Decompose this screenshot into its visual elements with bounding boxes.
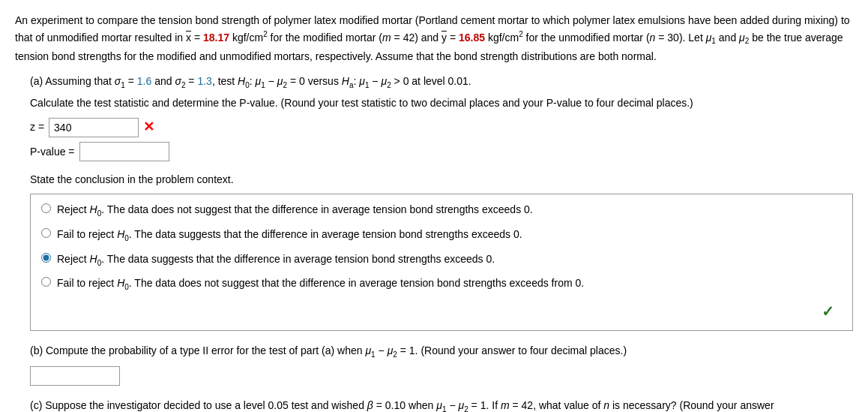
part-b-input[interactable] — [30, 366, 120, 386]
conclusion-label: State the conclusion in the problem cont… — [30, 172, 853, 188]
part-c-text: (c) Suppose the investigator decided to … — [30, 398, 853, 412]
radio-label-4: Fail to reject H0. The data does not sug… — [57, 275, 584, 293]
radio-label-3: Reject H0. The data suggests that the di… — [57, 251, 495, 269]
x-icon[interactable]: ✕ — [143, 117, 154, 137]
radio-input-1[interactable] — [41, 203, 51, 213]
calculate-instruction: Calculate the test statistic and determi… — [30, 95, 853, 111]
radio-input-4[interactable] — [41, 277, 51, 287]
part-b-section: (b) Compute the probability of a type II… — [30, 343, 853, 386]
part-c-section: (c) Suppose the investigator decided to … — [30, 398, 853, 412]
radio-label-1: Reject H0. The data does not suggest tha… — [57, 202, 533, 219]
radio-label-2: Fail to reject H0. The data suggests tha… — [57, 227, 522, 244]
z-row: z = ✕ — [30, 117, 853, 137]
check-row: ✓ — [41, 300, 842, 323]
radio-option-2[interactable]: Fail to reject H0. The data suggests tha… — [41, 227, 842, 244]
radio-input-3[interactable] — [41, 253, 51, 263]
part-a-assumption: (a) Assuming that σ1 = 1.6 and σ2 = 1.3,… — [30, 74, 853, 91]
radio-group: Reject H0. The data does not suggest tha… — [30, 194, 853, 331]
radio-option-1[interactable]: Reject H0. The data does not suggest tha… — [41, 202, 842, 219]
pvalue-row: P-value = — [30, 142, 853, 161]
z-input[interactable] — [49, 118, 139, 137]
pvalue-input[interactable] — [79, 142, 169, 161]
z-label: z = — [30, 119, 44, 135]
part-a-section: (a) Assuming that σ1 = 1.6 and σ2 = 1.3,… — [30, 74, 853, 331]
radio-option-4[interactable]: Fail to reject H0. The data does not sug… — [41, 275, 842, 293]
part-b-text: (b) Compute the probability of a type II… — [30, 343, 853, 360]
checkmark-icon: ✓ — [822, 300, 834, 323]
pvalue-label: P-value = — [30, 144, 75, 160]
intro-paragraph: An experiment to compare the tension bon… — [15, 12, 853, 65]
radio-option-3[interactable]: Reject H0. The data suggests that the di… — [41, 251, 842, 269]
radio-input-2[interactable] — [41, 228, 51, 238]
